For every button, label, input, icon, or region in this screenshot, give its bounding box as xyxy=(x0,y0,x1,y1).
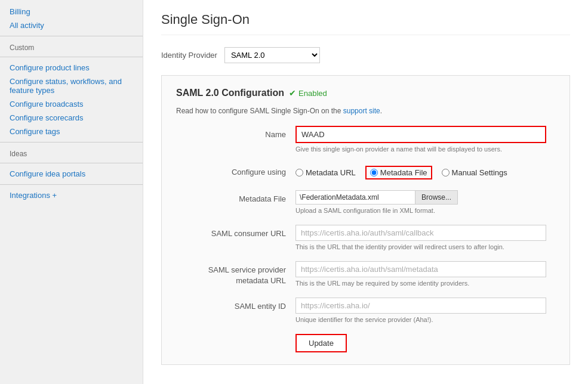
saml-service-provider-content: This is the URL may be required by some … xyxy=(295,261,555,287)
sidebar-divider-5 xyxy=(0,184,143,185)
saml-box-title: SAML 2.0 Configuration ✔ Enabled xyxy=(176,88,555,98)
update-btn-row: Update xyxy=(176,334,555,352)
metadata-file-input[interactable] xyxy=(295,190,415,205)
support-text: Read how to configure SAML Single Sign-O… xyxy=(176,107,555,115)
saml-consumer-url-content: This is the URL that the identity provid… xyxy=(295,225,555,250)
saml-entity-id-help: Unique identifier for the service provid… xyxy=(295,316,555,323)
sidebar-item-configure-idea-portals[interactable]: Configure idea portals xyxy=(0,167,143,181)
radio-metadata-url-input[interactable] xyxy=(295,169,303,176)
identity-provider-select[interactable]: SAML 2.0 xyxy=(224,47,320,63)
sidebar-item-configure-status[interactable]: Configure status, workflows, and feature… xyxy=(0,75,143,97)
sidebar-divider-3 xyxy=(0,142,143,143)
radio-metadata-file-input[interactable] xyxy=(370,169,378,176)
sidebar-divider-2 xyxy=(0,57,143,57)
saml-configuration-box: SAML 2.0 Configuration ✔ Enabled Read ho… xyxy=(161,75,570,365)
sidebar-divider-1 xyxy=(0,36,143,36)
identity-provider-label: Identity Provider xyxy=(161,51,217,60)
configure-using-radio-group: Metadata URL Metadata File Manual Settin… xyxy=(295,163,555,179)
saml-service-provider-help: This is the URL may be required by some … xyxy=(295,280,555,287)
saml-consumer-url-row: SAML consumer URL This is the URL that t… xyxy=(176,225,555,250)
support-site-link[interactable]: support site xyxy=(343,107,380,115)
sidebar-item-configure-product-lines[interactable]: Configure product lines xyxy=(0,61,143,75)
saml-entity-id-content: Unique identifier for the service provid… xyxy=(295,298,555,323)
saml-service-provider-row: SAML service provider metadata URL This … xyxy=(176,261,555,287)
metadata-file-row: Metadata File Browse... Upload a SAML co… xyxy=(176,190,555,214)
radio-manual-settings[interactable]: Manual Settings xyxy=(442,168,507,177)
name-input[interactable] xyxy=(295,126,546,143)
support-text-static: Read how to configure SAML Single Sign-O… xyxy=(176,107,341,115)
radio-metadata-file-label: Metadata File xyxy=(380,168,427,177)
radio-metadata-url-label: Metadata URL xyxy=(306,168,356,177)
enabled-label: Enabled xyxy=(298,89,327,98)
radio-metadata-url[interactable]: Metadata URL xyxy=(295,168,356,177)
identity-provider-row: Identity Provider SAML 2.0 xyxy=(161,47,570,63)
saml-consumer-url-input[interactable] xyxy=(295,225,546,241)
sidebar-divider-4 xyxy=(0,163,143,163)
radio-metadata-file[interactable]: Metadata File xyxy=(365,166,432,179)
name-label: Name xyxy=(176,126,295,140)
saml-box-title-text: SAML 2.0 Configuration xyxy=(176,88,284,98)
saml-entity-id-input[interactable] xyxy=(295,298,546,314)
enabled-badge: ✔ Enabled xyxy=(289,88,327,98)
name-help: Give this single sign-on provider a name… xyxy=(295,145,555,153)
sidebar-item-configure-broadcasts[interactable]: Configure broadcasts xyxy=(0,97,143,111)
browse-button[interactable]: Browse... xyxy=(415,190,458,205)
sidebar-item-all-activity[interactable]: All activity xyxy=(0,18,143,32)
sidebar-item-integrations[interactable]: Integrations + xyxy=(0,188,143,202)
sidebar-section-ideas: Ideas xyxy=(0,146,143,159)
configure-using-row: Configure using Metadata URL Metadata Fi… xyxy=(176,163,555,179)
metadata-file-input-row: Browse... xyxy=(295,190,555,205)
metadata-file-label: Metadata File xyxy=(176,190,295,205)
name-content: Give this single sign-on provider a name… xyxy=(295,126,555,153)
saml-entity-id-row: SAML entity ID Unique identifier for the… xyxy=(176,298,555,323)
main-content: Single Sign-On Identity Provider SAML 2.… xyxy=(143,0,588,384)
sidebar: Billing All activity Custom Configure pr… xyxy=(0,0,143,384)
saml-service-provider-input[interactable] xyxy=(295,261,546,277)
saml-consumer-url-help: This is the URL that the identity provid… xyxy=(295,243,555,250)
sidebar-item-configure-tags[interactable]: Configure tags xyxy=(0,125,143,138)
check-icon: ✔ xyxy=(289,88,296,98)
saml-consumer-url-label: SAML consumer URL xyxy=(176,225,295,239)
radio-manual-settings-label: Manual Settings xyxy=(452,168,507,177)
sidebar-item-configure-scorecards[interactable]: Configure scorecards xyxy=(0,111,143,125)
configure-using-label: Configure using xyxy=(176,163,295,178)
configure-using-content: Metadata URL Metadata File Manual Settin… xyxy=(295,163,555,179)
sidebar-item-billing[interactable]: Billing xyxy=(0,5,143,18)
metadata-file-content: Browse... Upload a SAML configuration fi… xyxy=(295,190,555,214)
saml-entity-id-label: SAML entity ID xyxy=(176,298,295,312)
page-title: Single Sign-On xyxy=(161,12,570,35)
metadata-file-help: Upload a SAML configuration file in XML … xyxy=(295,207,555,214)
name-row: Name Give this single sign-on provider a… xyxy=(176,126,555,153)
radio-manual-settings-input[interactable] xyxy=(442,169,450,176)
sidebar-section-custom: Custom xyxy=(0,40,143,53)
saml-service-provider-label: SAML service provider metadata URL xyxy=(176,261,295,286)
update-button[interactable]: Update xyxy=(295,334,347,352)
